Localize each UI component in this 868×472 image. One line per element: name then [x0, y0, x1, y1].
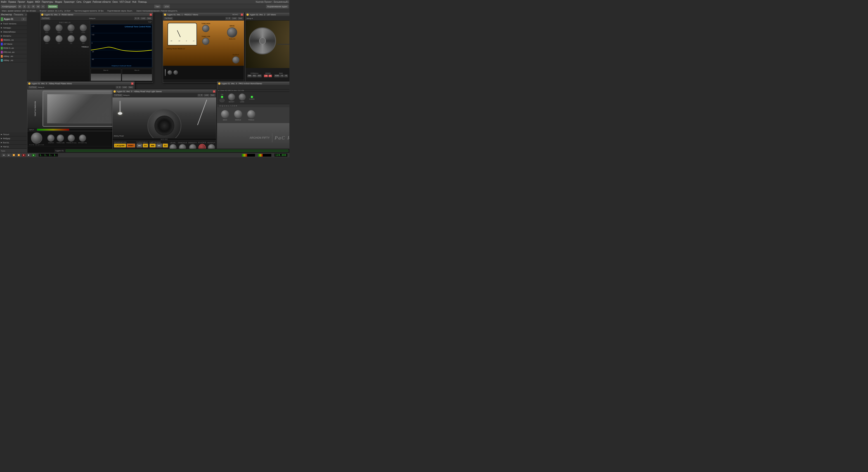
track-versions-section[interactable]: Track Versions — [0, 22, 27, 26]
r-btn[interactable]: R — [31, 5, 35, 8]
redd17-load-btn[interactable]: Load — [231, 17, 237, 20]
vinyl-print-btn[interactable]: PRINT — [127, 143, 135, 147]
redd17-titlebar[interactable]: Аудио 01: Инс. 1 - REDD17 Mono МОНО × — [163, 13, 244, 16]
track-abbey2[interactable]: Abbey ..no — [0, 58, 27, 62]
j37-815-btn[interactable]: 815 — [257, 74, 261, 77]
plates-load-btn[interactable]: Load — [122, 86, 127, 89]
l-btn[interactable]: L — [27, 5, 31, 8]
m-btn[interactable]: M — [18, 5, 22, 8]
audio-clip[interactable] — [66, 149, 288, 152]
vinyl-ab-btn[interactable]: A→B — [197, 94, 203, 97]
plates-ab-btn[interactable]: A→B — [116, 86, 121, 89]
menu-network[interactable]: Сеть — [76, 1, 82, 3]
track-abbey1[interactable]: Abbey ..eo — [0, 54, 27, 58]
transport-fwd-btn[interactable]: ⏩ — [17, 154, 21, 157]
plates-save-btn[interactable]: Save — [128, 86, 133, 89]
vinyl-ar-btn[interactable]: AR — [136, 143, 143, 147]
vinyl-full-reset-btn[interactable]: Full Reset — [114, 94, 123, 97]
j37-75-btn[interactable]: 7.5 — [264, 74, 268, 77]
rs56-titlebar[interactable]: Аудио 01: Инс. 3 - RS56 Stereo × — [40, 13, 153, 16]
archon-bass-knob[interactable] — [221, 110, 229, 119]
plates-close-btn[interactable]: × — [131, 82, 133, 85]
transport-play-btn[interactable]: ▶ — [32, 154, 36, 157]
plates-selector-dial[interactable] — [31, 132, 42, 144]
vinyl-load-btn[interactable]: Load — [204, 94, 209, 97]
rs56-ab-btn[interactable]: A→B — [134, 17, 140, 20]
rs56-knob-2[interactable] — [55, 24, 63, 31]
eq-section[interactable]: Эквалайзеры — [0, 30, 27, 34]
touch-btn[interactable]: Касание — [48, 5, 58, 8]
menu-window[interactable]: Окно — [112, 1, 118, 3]
show-label[interactable]: Показать — [14, 13, 24, 16]
archon-titlebar[interactable]: Аудио 01: Инс. 4 - PRS Archon Mono/Stere… — [217, 82, 289, 86]
current-track-row[interactable]: Аудио 01 E — [0, 17, 27, 22]
vinyl-mm-btn[interactable]: MM — [150, 143, 156, 147]
rs56-knob-6[interactable] — [55, 35, 63, 42]
grid-btn[interactable]: 1/16 — [163, 5, 170, 8]
config-btn[interactable]: Конфигурации — [1, 5, 17, 8]
rs56-full-reset-btn[interactable]: Full Reset — [41, 17, 50, 20]
rs56-knob-4[interactable] — [80, 24, 87, 31]
menu-audio[interactable]: Аудио — [27, 1, 33, 3]
transport-rec-btn[interactable]: ⏺ — [22, 154, 26, 157]
vinyl-dj-btn[interactable]: DJ — [143, 143, 148, 147]
redd17-output-fader[interactable] — [165, 69, 166, 76]
menu-midi[interactable]: MIDI — [35, 1, 40, 3]
redd17-tone-low-knob[interactable] — [202, 38, 209, 45]
transport-stop-btn[interactable]: ⏹ — [27, 154, 31, 157]
plates-treble-knob[interactable] — [57, 134, 64, 142]
transport-ff-btn[interactable]: ⏭ — [7, 154, 11, 157]
j37-888-btn[interactable]: 888 — [247, 74, 252, 77]
menu-score[interactable]: Партитуры — [42, 1, 53, 3]
redd17-close-btn[interactable]: × — [241, 13, 243, 16]
menu-vst-cloud[interactable]: VST Cloud — [120, 1, 130, 3]
redd17-small-knob-1[interactable] — [167, 70, 172, 75]
transport-back-btn[interactable]: ⏪ — [12, 154, 16, 157]
archon-boost-knob[interactable] — [228, 93, 235, 101]
plates-full-reset-btn[interactable]: Full Reset — [28, 86, 37, 89]
quick-section[interactable]: Быстр. — [0, 140, 27, 145]
plates-drywet-knob[interactable] — [79, 134, 86, 142]
track-j37[interactable]: J37 Mono — [0, 42, 27, 46]
rs56-load-btn[interactable]: Load — [141, 17, 146, 20]
rs56-knob-3[interactable] — [67, 24, 74, 31]
a-btn[interactable]: A — [41, 5, 45, 8]
align-btn[interactable]: Выравнивание аудио — [266, 5, 288, 8]
j37-15-btn[interactable]: 15 — [268, 74, 272, 77]
vinyl-mc-btn[interactable]: MC — [156, 143, 162, 147]
redd17-save-btn[interactable]: Save — [238, 17, 243, 20]
rs56-close-btn[interactable]: × — [150, 13, 152, 16]
vinyl-titlebar[interactable]: Аудио 01: Инс. 5 - Abbey Road Vinyl Ligh… — [113, 90, 216, 93]
j37-p3-btn[interactable]: +3 — [280, 74, 284, 77]
j37-nom-btn[interactable]: NOM — [274, 74, 280, 77]
transport-rewind-btn[interactable]: ⏮ — [2, 154, 6, 157]
menu-workspaces[interactable]: Рабочие области — [93, 1, 111, 3]
track-enable-btn[interactable]: E — [22, 18, 26, 21]
rs56-save-btn[interactable]: Save — [147, 17, 152, 20]
archon-treble-knob[interactable] — [247, 110, 255, 119]
redd17-full-reset-btn[interactable]: Full Reset — [164, 17, 173, 20]
j37-p5-btn[interactable]: +5 — [284, 74, 288, 77]
plates-titlebar[interactable]: Аудио 01: Инс. 6 - Abbey Road Plates Mon… — [27, 82, 134, 86]
menu-media[interactable]: Медиа — [55, 1, 62, 3]
rs56-knob-1[interactable] — [43, 24, 51, 31]
redd17-small-knob-2[interactable] — [174, 70, 178, 75]
settings-section[interactable]: Настр. — [0, 145, 27, 149]
chords-section[interactable]: Аккорды — [0, 26, 27, 30]
plates-damper-knob[interactable] — [47, 134, 55, 142]
rs56-knob-5[interactable] — [43, 35, 51, 42]
vinyl-lacquer-btn[interactable]: LACQUER — [114, 143, 126, 147]
track-rs56[interactable]: RS56 S..eo — [0, 46, 27, 50]
inserts-section[interactable]: Инсерты — [0, 34, 27, 38]
rs56-knob-7[interactable] — [67, 35, 74, 42]
w-btn[interactable]: W — [36, 5, 40, 8]
archon-lead-knob[interactable] — [239, 93, 246, 101]
redd17-tone-high-knob[interactable] — [202, 25, 209, 32]
redd17-output-knob[interactable] — [232, 56, 240, 64]
rs56-knob-8[interactable] — [80, 35, 87, 42]
menu-help[interactable]: Помощь — [138, 1, 147, 3]
track-redd[interactable]: REDD1..no — [0, 38, 27, 42]
takt-btn[interactable]: Такт — [154, 5, 160, 8]
menu-hub[interactable]: Hub — [132, 1, 136, 3]
plates-predelay-knob[interactable] — [68, 134, 75, 142]
